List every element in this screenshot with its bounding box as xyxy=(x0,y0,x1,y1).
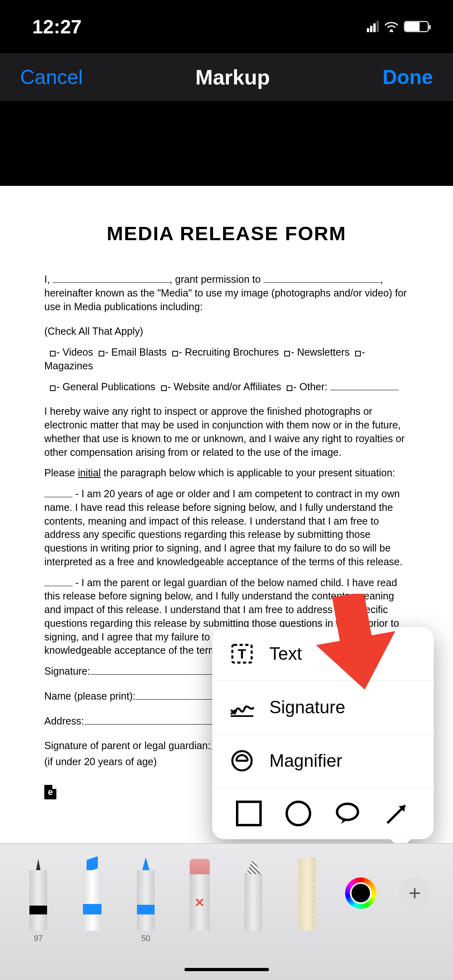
blank-media xyxy=(263,282,380,283)
nav-bar: Cancel Markup Done xyxy=(0,53,453,101)
cellular-icon xyxy=(367,21,379,32)
color-wheel-icon xyxy=(345,877,376,909)
menu-item-text[interactable]: T Text xyxy=(212,627,434,681)
pencil-tool[interactable]: 97 xyxy=(22,856,54,944)
battery-icon xyxy=(404,21,429,32)
doc-title: MEDIA RELEASE FORM xyxy=(44,222,409,245)
blank-name xyxy=(53,282,170,283)
markup-toolbar: 97 50 ✕ xyxy=(0,843,453,980)
text-icon: T xyxy=(228,640,256,667)
shape-arrow-button[interactable] xyxy=(384,801,410,826)
page-title: Markup xyxy=(195,65,270,89)
menu-label-text: Text xyxy=(269,644,302,664)
svg-point-6 xyxy=(337,804,358,820)
please-initial: Please initial the paragraph below which… xyxy=(44,466,409,480)
magnifier-icon xyxy=(228,747,256,774)
plus-icon: + xyxy=(399,877,430,909)
checkbox-row-2: - General Publications - Website and/or … xyxy=(44,380,409,394)
waiver-paragraph: I hereby waive any right to inspect or a… xyxy=(44,405,409,459)
color-picker-button[interactable] xyxy=(345,856,377,944)
status-icons xyxy=(367,21,433,32)
svg-text:T: T xyxy=(238,646,246,661)
shapes-row xyxy=(212,788,434,839)
marker-tool[interactable] xyxy=(76,856,108,944)
eforms-logo: e xyxy=(44,785,56,799)
intro-mid: , grant permission to xyxy=(170,274,261,285)
wifi-icon xyxy=(384,21,399,32)
check-heading: (Check All That Apply) xyxy=(44,325,409,338)
lasso-tool[interactable] xyxy=(237,856,269,944)
shape-speech-button[interactable] xyxy=(335,801,360,826)
add-menu-popover: T Text Signature Magnifier xyxy=(212,627,434,839)
cancel-button[interactable]: Cancel xyxy=(20,66,83,89)
add-button[interactable]: + xyxy=(399,856,431,944)
para-adult: - I am 20 years of age or older and I am… xyxy=(44,487,409,569)
svg-point-0 xyxy=(390,29,393,32)
menu-label-signature: Signature xyxy=(269,697,345,717)
shape-square-button[interactable] xyxy=(236,801,262,826)
pen-opacity-label: 50 xyxy=(141,934,150,944)
pen-tool[interactable]: 50 xyxy=(130,856,162,944)
intro-prefix: I, xyxy=(44,274,50,285)
checkbox-row-1: - Videos - Email Blasts - Recruiting Bro… xyxy=(44,346,409,373)
menu-item-signature[interactable]: Signature xyxy=(212,681,434,734)
shape-circle-button[interactable] xyxy=(285,801,311,826)
status-time: 12:27 xyxy=(20,16,82,38)
pencil-opacity-label: 97 xyxy=(34,934,43,944)
eraser-tool[interactable]: ✕ xyxy=(184,856,216,944)
ruler-tool[interactable] xyxy=(291,856,323,944)
done-button[interactable]: Done xyxy=(383,66,433,89)
home-indicator[interactable] xyxy=(184,968,269,971)
menu-item-magnifier[interactable]: Magnifier xyxy=(212,734,434,788)
markup-screen: 12:27 Cancel Markup Done MEDIA RELEASE F… xyxy=(0,0,453,980)
eraser-x-icon: ✕ xyxy=(194,896,205,910)
menu-label-magnifier: Magnifier xyxy=(269,751,342,771)
signature-icon xyxy=(228,694,256,721)
status-bar: 12:27 xyxy=(0,0,453,53)
